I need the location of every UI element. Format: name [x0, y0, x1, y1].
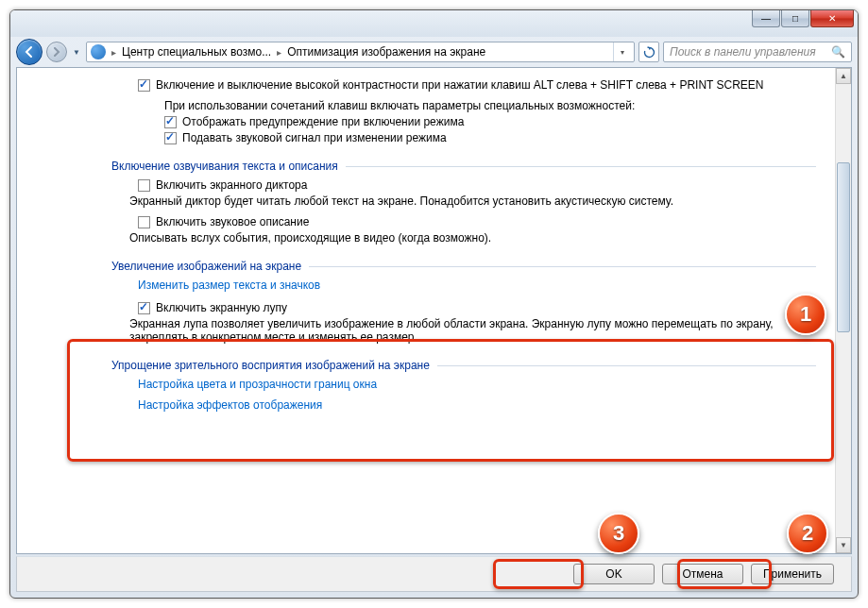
- magnifier-label: Включить экранную лупу: [156, 301, 287, 314]
- audio-desc-label: Включить звуковое описание: [156, 215, 309, 228]
- arrow-right-icon: [52, 47, 61, 57]
- divider: [346, 166, 816, 167]
- sound-label: Подавать звуковой сигнал при изменении р…: [182, 131, 447, 144]
- forward-button[interactable]: [46, 42, 67, 62]
- annotation-marker-3: 3: [598, 513, 639, 554]
- breadcrumb-item[interactable]: Оптимизация изображения на экране: [287, 45, 485, 59]
- audio-desc-checkbox[interactable]: [138, 216, 150, 228]
- window-controls: — □ ✕: [751, 10, 854, 27]
- ease-of-access-icon: [91, 44, 106, 59]
- color-link-row: Настройка цвета и прозрачности границ ок…: [111, 378, 816, 391]
- warning-label: Отображать предупреждение при включении …: [182, 115, 464, 128]
- display-effects-link[interactable]: Настройка эффектов отображения: [138, 398, 322, 412]
- audio-desc-description: Описывать вслух события, происходящие в …: [111, 231, 816, 245]
- resize-link-row: Изменить размер текста и значков: [111, 279, 816, 292]
- scroll-down-arrow[interactable]: ▼: [836, 537, 851, 553]
- chevron-right-icon: ▸: [110, 47, 118, 58]
- narrator-label: Включить экранного диктора: [156, 178, 307, 192]
- resize-text-link[interactable]: Изменить размер текста и значков: [138, 279, 320, 292]
- search-icon: 🔍: [831, 45, 845, 59]
- vertical-scrollbar[interactable]: ▲ ▼: [835, 68, 851, 553]
- audio-desc-row: Включить звуковое описание: [111, 215, 816, 228]
- high-contrast-checkbox[interactable]: [138, 79, 150, 92]
- titlebar: — □ ✕: [10, 10, 858, 37]
- divider: [309, 266, 816, 267]
- maximize-button[interactable]: □: [781, 10, 809, 27]
- effects-link-row: Настройка эффектов отображения: [111, 398, 816, 412]
- magnifier-checkbox[interactable]: [138, 302, 150, 314]
- scroll-up-arrow[interactable]: ▲: [836, 68, 851, 84]
- close-button[interactable]: ✕: [810, 10, 854, 27]
- annotation-marker-1: 1: [785, 294, 826, 335]
- address-dropdown[interactable]: ▾: [613, 42, 630, 62]
- arrow-left-icon: [23, 45, 36, 59]
- narrator-description: Экранный диктор будет читать любой текст…: [111, 194, 816, 208]
- search-placeholder: Поиск в панели управления: [670, 45, 816, 59]
- back-button[interactable]: [16, 39, 43, 65]
- chevron-right-icon: ▸: [275, 47, 283, 58]
- high-contrast-label: Включение и выключение высокой контрастн…: [156, 78, 764, 92]
- search-input[interactable]: Поиск в панели управления 🔍: [663, 42, 852, 62]
- section-narration-header: Включение озвучивания текста и описания: [111, 160, 816, 173]
- scroll-thumb[interactable]: [837, 162, 850, 332]
- section-magnify-header: Увеличение изображений на экране: [111, 260, 816, 273]
- refresh-icon: [643, 46, 655, 59]
- magnifier-description: Экранная лупа позволяет увеличить изобра…: [111, 317, 816, 344]
- warning-row: Отображать предупреждение при включении …: [111, 115, 816, 128]
- narrator-checkbox[interactable]: [138, 179, 150, 192]
- dialog-button-bar: OK Отмена Применить: [16, 556, 852, 592]
- control-panel-window: — □ ✕ ▼ ▸ Центр специальных возмо... ▸ О…: [9, 9, 859, 599]
- window-border-color-link[interactable]: Настройка цвета и прозрачности границ ок…: [138, 378, 377, 391]
- sound-checkbox[interactable]: [164, 132, 177, 144]
- magnifier-row: Включить экранную лупу: [111, 301, 816, 314]
- high-contrast-toggle-row: Включение и выключение высокой контрастн…: [111, 78, 816, 92]
- section-simplify-header: Упрощение зрительного восприятия изображ…: [111, 359, 816, 372]
- narrator-row: Включить экранного диктора: [111, 178, 816, 192]
- nav-history-dropdown[interactable]: ▼: [71, 43, 82, 60]
- content-area: Включение и выключение высокой контрастн…: [16, 67, 852, 554]
- divider: [437, 365, 816, 366]
- refresh-button[interactable]: [638, 42, 659, 62]
- breadcrumb-bar[interactable]: ▸ Центр специальных возмо... ▸ Оптимизац…: [86, 42, 635, 62]
- settings-panel: Включение и выключение высокой контрастн…: [17, 68, 835, 553]
- ok-button[interactable]: OK: [573, 564, 655, 584]
- breadcrumb-item[interactable]: Центр специальных возмо...: [122, 45, 271, 59]
- minimize-button[interactable]: —: [752, 10, 780, 27]
- warning-checkbox[interactable]: [164, 116, 177, 128]
- sound-row: Подавать звуковой сигнал при изменении р…: [111, 131, 816, 144]
- annotation-marker-2: 2: [787, 513, 828, 554]
- high-contrast-subtext: При использовании сочетаний клавиш включ…: [111, 99, 816, 112]
- cancel-button[interactable]: Отмена: [662, 564, 743, 584]
- apply-button[interactable]: Применить: [751, 564, 834, 584]
- address-bar: ▼ ▸ Центр специальных возмо... ▸ Оптимиз…: [10, 37, 858, 67]
